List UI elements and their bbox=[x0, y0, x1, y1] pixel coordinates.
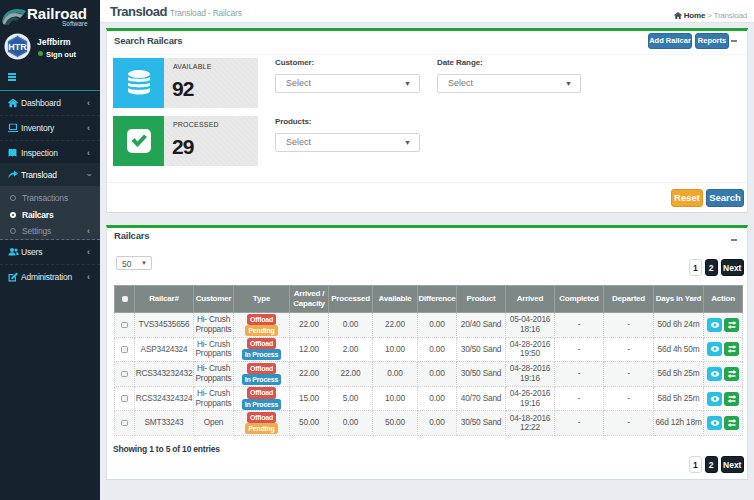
svg-text:HTR: HTR bbox=[8, 42, 27, 52]
